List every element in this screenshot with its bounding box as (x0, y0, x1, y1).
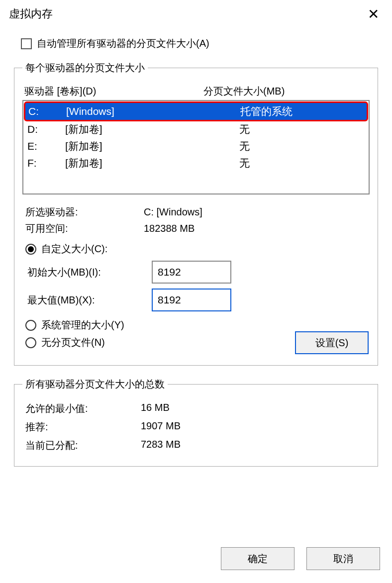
ok-button[interactable]: 确定 (221, 547, 294, 570)
drive-letter: F: (27, 157, 65, 169)
selected-drive-value: C: [Windows] (144, 206, 367, 218)
drive-letter: E: (27, 140, 65, 152)
system-managed-radio[interactable] (25, 320, 36, 331)
dialog-content: 自动管理所有驱动器的分页文件大小(A) 每个驱动器的分页文件大小 驱动器 [卷标… (0, 28, 392, 538)
system-managed-label: 系统管理的大小(Y) (41, 318, 124, 332)
drive-listbox[interactable]: C: [Windows] 托管的系统 D: [新加卷] 无 E: [新加卷] 无… (22, 100, 370, 194)
header-size: 分页文件大小(MB) (203, 85, 368, 98)
set-button[interactable]: 设置(S) (295, 331, 369, 354)
selected-drive-label: 所选驱动器: (25, 205, 144, 219)
custom-size-radio[interactable] (25, 244, 36, 255)
auto-manage-label: 自动管理所有驱动器的分页文件大小(A) (37, 37, 209, 50)
drive-letter: C: (28, 105, 66, 117)
totals-legend: 所有驱动器分页文件大小的总数 (22, 378, 168, 391)
free-space-label: 可用空间: (25, 222, 144, 235)
recommended-row: 推荐: 1907 MB (25, 420, 367, 434)
close-icon[interactable]: ✕ (363, 6, 383, 22)
no-paging-label: 无分页文件(N) (41, 336, 105, 349)
max-size-label: 最大值(MB)(X): (25, 293, 152, 307)
min-allowed-row: 允许的最小值: 16 MB (25, 402, 367, 415)
recommended-value: 1907 MB (141, 420, 181, 434)
virtual-memory-dialog: 虚拟内存 ✕ 自动管理所有驱动器的分页文件大小(A) 每个驱动器的分页文件大小 … (0, 0, 392, 583)
drive-label: [Windows] (66, 105, 210, 117)
initial-size-row: 初始大小(MB)(I): (25, 261, 367, 284)
drive-label: [新加卷] (65, 139, 209, 153)
title-bar: 虚拟内存 ✕ (0, 0, 392, 28)
drive-row[interactable]: F: [新加卷] 无 (24, 155, 368, 172)
custom-size-label: 自定义大小(C): (41, 242, 107, 256)
dialog-footer: 确定 取消 (0, 538, 392, 583)
initial-size-label: 初始大小(MB)(I): (25, 266, 152, 279)
totals-group: 所有驱动器分页文件大小的总数 允许的最小值: 16 MB 推荐: 1907 MB… (14, 378, 378, 467)
cancel-button[interactable]: 取消 (306, 547, 380, 570)
dialog-title: 虚拟内存 (9, 6, 53, 21)
drive-row[interactable]: D: [新加卷] 无 (24, 121, 368, 138)
max-size-input[interactable] (152, 289, 231, 311)
initial-size-input[interactable] (152, 261, 231, 284)
drive-row[interactable]: C: [Windows] 托管的系统 (24, 101, 368, 121)
system-managed-radio-row: 系统管理的大小(Y) (25, 318, 367, 332)
drive-list-headers: 驱动器 [卷标](D) 分页文件大小(MB) (24, 85, 368, 98)
drive-label: [新加卷] (65, 122, 209, 136)
header-drive: 驱动器 [卷标](D) (24, 85, 203, 98)
drive-size: 无 (209, 156, 365, 170)
min-allowed-label: 允许的最小值: (25, 402, 141, 415)
no-paging-radio[interactable] (25, 337, 36, 348)
recommended-label: 推荐: (25, 420, 141, 434)
drive-letter: D: (27, 123, 65, 135)
free-space-row: 可用空间: 182388 MB (25, 222, 367, 235)
drive-row[interactable]: E: [新加卷] 无 (24, 138, 368, 155)
drive-label: [新加卷] (65, 156, 209, 170)
selected-drive-row: 所选驱动器: C: [Windows] (25, 205, 367, 219)
current-row: 当前已分配: 7283 MB (25, 439, 367, 452)
per-drive-legend: 每个驱动器的分页文件大小 (22, 61, 148, 75)
free-space-value: 182388 MB (144, 223, 367, 234)
max-size-row: 最大值(MB)(X): (25, 289, 367, 311)
current-value: 7283 MB (141, 439, 181, 452)
current-label: 当前已分配: (25, 439, 141, 452)
per-drive-group: 每个驱动器的分页文件大小 驱动器 [卷标](D) 分页文件大小(MB) C: [… (14, 61, 378, 366)
auto-manage-checkbox[interactable] (21, 38, 32, 49)
drive-size: 托管的系统 (210, 104, 364, 118)
auto-manage-row: 自动管理所有驱动器的分页文件大小(A) (21, 37, 378, 50)
min-allowed-value: 16 MB (141, 402, 170, 415)
custom-size-radio-row: 自定义大小(C): (25, 242, 367, 256)
drive-size: 无 (209, 139, 365, 153)
drive-size: 无 (209, 122, 365, 136)
